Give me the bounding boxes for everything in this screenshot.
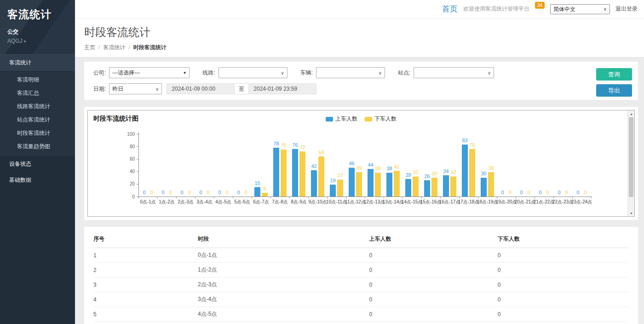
sidebar-subitem[interactable]: 站点客流统计 [0,113,75,127]
chart-vertical-scrollbar[interactable]: ▲ ▼ [627,110,634,216]
table-row: 21点-2点00 [93,263,629,278]
sidebar-section[interactable]: 客流统计 [0,54,75,71]
table-cell: 3 [93,278,198,292]
date-end-input[interactable] [248,83,316,94]
chart-text: 11点-12点 [345,199,366,204]
sidebar-subitem[interactable]: 时段客流统计 [0,127,75,140]
sidebar-section[interactable]: 设备状态 [0,156,75,172]
sidebar-subitem[interactable]: 客流汇总 [0,87,75,100]
sidebar-subitem[interactable]: 线路客流统计 [0,100,75,113]
home-link[interactable]: 首页 [442,4,458,14]
sidebar: 客流统计 公交 AQGJ▾ 客流统计客流明细客流汇总线路客流统计站点客流统计时段… [0,0,75,324]
company-select-wrap: ---请选择--- [109,67,190,78]
chart-text: 0 [576,190,579,195]
app-title: 客流统计 [7,7,69,22]
station-select[interactable] [414,67,494,78]
chart-text: 0 [527,190,530,195]
language-select[interactable]: 简体中文 [550,4,610,14]
user-dropdown[interactable]: AQGJ▾ [7,38,69,44]
col-header-boarding: 上车人数 [369,231,497,248]
chart-text: 6点-7点 [253,199,269,204]
chart-text: 0 [237,190,240,195]
chart-text: 32 [450,169,456,175]
chart-text: 0 [508,190,511,195]
scroll-up-icon[interactable]: ▲ [628,110,635,117]
date-preset-select[interactable]: 昨日 [109,83,162,94]
query-button[interactable]: 查询 [596,68,632,81]
chart-text: 60 [130,156,135,162]
chart-text: 21点-22点 [534,199,555,204]
chart-text: 39 [488,165,494,171]
logout-link[interactable]: 退出登录 [615,5,638,13]
vehicle-select[interactable] [316,67,385,78]
chart-text: 38 [375,166,380,171]
breadcrumb-parent[interactable]: 客流统计 [103,44,125,51]
chart-text: 0 [225,190,228,195]
bar-chart: 020406080100000点-1点001点-2点002点-3点003点-4点… [88,127,627,216]
chart-text: 30 [431,171,437,176]
table-cell: 0 [498,278,629,292]
chart-text: 13点-14点 [383,199,404,204]
chart-text: 17点-18点 [458,199,479,204]
chart-text: 78 [273,141,279,146]
page-title: 时段客流统计 [84,25,644,40]
company-select[interactable]: ---请选择--- [109,67,190,78]
date-label: 日期: [93,85,106,93]
bar-boarding [292,149,298,197]
sidebar-menu: 客流统计客流明细客流汇总线路客流统计站点客流统计时段客流统计客流量趋势图设备状态… [0,54,75,188]
chart-text: 0 [150,190,153,195]
scroll-down-icon[interactable]: ▼ [628,210,635,216]
welcome-text: 欢迎使用客流统计管理平台 [463,5,529,13]
chart-text: 15点-16点 [420,199,442,204]
breadcrumb: 主页/客流统计/时段客流统计 [84,44,644,52]
date-to-label: 至 [234,83,249,94]
chart-text: 0 [539,190,541,195]
legend-item-alighting: 下车人数 [365,115,397,123]
table-cell: 0 [498,307,629,322]
chart-text: 0 [501,190,504,195]
bar-boarding [424,180,430,197]
chart-text: 0 [132,194,135,199]
chart-text: 19 [330,178,335,183]
chart-text: 1点-2点 [159,199,174,204]
sidebar-section[interactable]: 基础数据 [0,172,75,188]
line-select[interactable] [218,67,288,78]
bar-alighting [337,179,343,197]
breadcrumb-home[interactable]: 主页 [84,44,95,51]
table-cell: 0 [498,263,629,278]
table-cell: 4 [93,292,198,307]
chart-text: 10点-11点 [326,199,347,204]
table-cell: 1 [93,248,198,263]
legend-swatch-alighting [365,117,372,122]
export-button[interactable]: 导出 [596,84,632,97]
chart-text: 0 [207,190,209,195]
bar-alighting [375,173,381,197]
chart-text: 0 [188,190,190,195]
chart-text: 20点-21点 [515,199,536,204]
chart-text: 0 [565,190,568,195]
bar-alighting [281,150,287,197]
bar-boarding [349,168,355,197]
chart-text: 20 [130,181,135,186]
table-cell: 5 [93,307,198,322]
bar-boarding [273,148,279,197]
bar-alighting [318,156,324,197]
table-cell: 2点-3点 [198,278,369,292]
breadcrumb-separator: / [128,44,130,51]
legend-item-boarding: 上车人数 [326,115,357,123]
sidebar-subitem[interactable]: 客流明细 [0,73,75,87]
line-label: 线路: [202,69,215,77]
chevron-down-icon: ▾ [24,39,26,44]
date-start-input[interactable] [167,83,235,94]
chart-text: 22点-23点 [552,199,574,204]
app-root: 客流统计 公交 AQGJ▾ 客流统计客流明细客流汇总线路客流统计站点客流统计时段… [0,0,644,324]
sidebar-subitem[interactable]: 客流量趋势图 [0,140,75,153]
scrollbar-thumb[interactable] [629,117,633,197]
chart-text: 0点-1点 [140,199,155,204]
table-cell: 3点-4点 [198,292,369,307]
topbar: 首页 欢迎使用客流统计管理平台 34 简体中文 退出登录 [75,0,644,18]
chart-text: 18点-19点 [477,199,498,204]
chart-text: 34 [443,168,448,174]
bar-alighting [299,151,305,197]
chart-text: 3点-4点 [196,199,212,204]
